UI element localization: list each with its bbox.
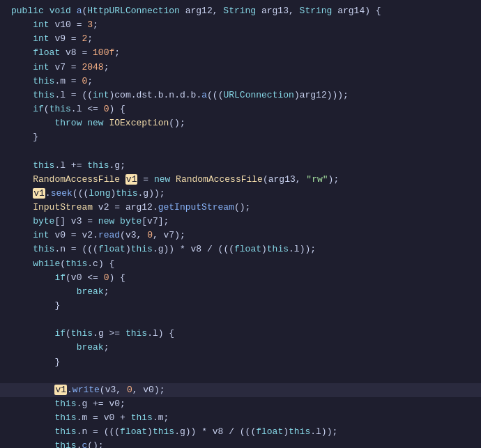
code-line: byte[] v3 = new byte[v7];	[0, 215, 481, 229]
code-line: this.m = 0;	[0, 75, 481, 88]
code-line: this.l += this.g;	[0, 159, 481, 173]
code-line: if(this.l <= 0) {	[0, 102, 481, 116]
code-line: this.c();	[0, 439, 481, 448]
code-line: v1.seek(((long)this.g));	[0, 187, 481, 201]
code-line: int v10 = 3;	[0, 18, 481, 32]
code-container: public void a(HttpURLConnection arg12, S…	[0, 0, 481, 448]
code-line: }	[0, 130, 481, 144]
code-line: throw new IOException();	[0, 116, 481, 130]
code-line: RandomAccessFile v1 = new RandomAccessFi…	[0, 173, 481, 187]
code-line: public void a(HttpURLConnection arg12, S…	[0, 4, 481, 18]
code-line	[0, 369, 481, 383]
code-line: this.m = v0 + this.m;	[0, 411, 481, 425]
code-line: }	[0, 299, 481, 313]
code-line: int v7 = 2048;	[0, 61, 481, 75]
code-line: break;	[0, 341, 481, 355]
code-line-highlighted: v1.write(v3, 0, v0);	[0, 383, 481, 397]
code-line: int v9 = 2;	[0, 32, 481, 46]
code-line: if(this.g >= this.l) {	[0, 327, 481, 341]
code-line	[0, 313, 481, 327]
code-line: this.n = (((float)this.g)) * v8 / (((flo…	[0, 425, 481, 439]
code-line: break;	[0, 285, 481, 299]
code-line: float v8 = 100f;	[0, 46, 481, 60]
code-line: while(this.c) {	[0, 257, 481, 271]
code-line: this.l = ((int)com.dst.b.n.d.b.a(((URLCo…	[0, 88, 481, 102]
code-line: this.g += v0;	[0, 397, 481, 411]
code-line: InputStream v2 = arg12.getInputStream();	[0, 201, 481, 215]
code-line: this.n = (((float)this.g)) * v8 / (((flo…	[0, 242, 481, 256]
code-line: if(v0 <= 0) {	[0, 271, 481, 285]
code-line: int v0 = v2.read(v3, 0, v7);	[0, 229, 481, 242]
code-line: }	[0, 355, 481, 369]
code-line	[0, 144, 481, 158]
